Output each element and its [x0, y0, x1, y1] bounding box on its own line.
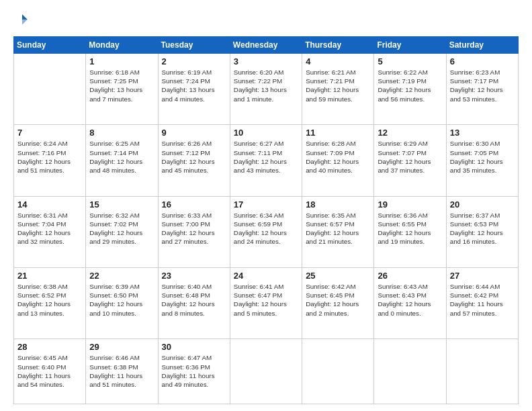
- day-number: 24: [234, 271, 298, 281]
- calendar-cell: 12Sunrise: 6:29 AM Sunset: 7:07 PM Dayli…: [374, 125, 446, 196]
- day-number: 11: [306, 128, 370, 138]
- cell-info: Sunrise: 6:43 AM Sunset: 6:43 PM Dayligh…: [378, 282, 442, 318]
- day-number: 2: [162, 56, 226, 66]
- calendar-cell: 17Sunrise: 6:34 AM Sunset: 6:59 PM Dayli…: [230, 196, 302, 267]
- day-number: 20: [450, 199, 515, 210]
- day-number: 5: [378, 56, 442, 66]
- calendar-cell: 25Sunrise: 6:42 AM Sunset: 6:45 PM Dayli…: [302, 267, 374, 338]
- calendar-cell: 5Sunrise: 6:22 AM Sunset: 7:19 PM Daylig…: [374, 54, 446, 125]
- calendar-cell: [302, 339, 374, 404]
- day-number: 15: [89, 199, 154, 210]
- cell-info: Sunrise: 6:26 AM Sunset: 7:12 PM Dayligh…: [162, 139, 226, 175]
- day-number: 1: [89, 56, 154, 66]
- calendar-cell: 2Sunrise: 6:19 AM Sunset: 7:24 PM Daylig…: [158, 54, 230, 125]
- calendar-cell: [230, 339, 302, 404]
- cell-info: Sunrise: 6:22 AM Sunset: 7:19 PM Dayligh…: [378, 68, 442, 103]
- cell-info: Sunrise: 6:19 AM Sunset: 7:24 PM Dayligh…: [162, 68, 226, 103]
- cell-info: Sunrise: 6:23 AM Sunset: 7:17 PM Dayligh…: [450, 68, 515, 103]
- day-number: 14: [17, 199, 82, 210]
- calendar-cell: 23Sunrise: 6:40 AM Sunset: 6:48 PM Dayli…: [158, 267, 230, 338]
- cell-info: Sunrise: 6:47 AM Sunset: 6:36 PM Dayligh…: [162, 353, 226, 389]
- calendar-cell: 13Sunrise: 6:30 AM Sunset: 7:05 PM Dayli…: [446, 125, 518, 196]
- logo-icon: [15, 12, 30, 27]
- day-number: 6: [450, 56, 515, 66]
- calendar-cell: 9Sunrise: 6:26 AM Sunset: 7:12 PM Daylig…: [158, 125, 230, 196]
- day-number: 22: [89, 271, 154, 281]
- cell-info: Sunrise: 6:39 AM Sunset: 6:50 PM Dayligh…: [89, 282, 154, 318]
- day-number: 16: [162, 199, 226, 210]
- calendar-week-row: 7Sunrise: 6:24 AM Sunset: 7:16 PM Daylig…: [14, 125, 519, 196]
- calendar-cell: 21Sunrise: 6:38 AM Sunset: 6:52 PM Dayli…: [14, 267, 86, 338]
- day-number: 18: [306, 199, 370, 210]
- cell-info: Sunrise: 6:30 AM Sunset: 7:05 PM Dayligh…: [450, 139, 515, 175]
- calendar-cell: 18Sunrise: 6:35 AM Sunset: 6:57 PM Dayli…: [302, 196, 374, 267]
- day-number: 26: [378, 271, 442, 281]
- column-header-monday: Monday: [86, 37, 158, 54]
- cell-info: Sunrise: 6:34 AM Sunset: 6:59 PM Dayligh…: [234, 211, 298, 246]
- cell-info: Sunrise: 6:42 AM Sunset: 6:45 PM Dayligh…: [306, 282, 370, 318]
- cell-info: Sunrise: 6:28 AM Sunset: 7:09 PM Dayligh…: [306, 139, 370, 175]
- cell-info: Sunrise: 6:32 AM Sunset: 7:02 PM Dayligh…: [89, 211, 154, 246]
- column-header-thursday: Thursday: [302, 37, 374, 54]
- column-header-friday: Friday: [374, 37, 446, 54]
- day-number: 29: [89, 342, 154, 352]
- calendar-week-row: 21Sunrise: 6:38 AM Sunset: 6:52 PM Dayli…: [14, 267, 519, 338]
- cell-info: Sunrise: 6:18 AM Sunset: 7:25 PM Dayligh…: [89, 68, 154, 103]
- calendar-cell: 10Sunrise: 6:27 AM Sunset: 7:11 PM Dayli…: [230, 125, 302, 196]
- cell-info: Sunrise: 6:41 AM Sunset: 6:47 PM Dayligh…: [234, 282, 298, 318]
- cell-info: Sunrise: 6:27 AM Sunset: 7:11 PM Dayligh…: [234, 139, 298, 175]
- calendar-cell: 19Sunrise: 6:36 AM Sunset: 6:55 PM Dayli…: [374, 196, 446, 267]
- calendar-week-row: 28Sunrise: 6:45 AM Sunset: 6:40 PM Dayli…: [14, 339, 519, 404]
- calendar-cell: [446, 339, 518, 404]
- calendar-cell: 20Sunrise: 6:37 AM Sunset: 6:53 PM Dayli…: [446, 196, 518, 267]
- column-header-sunday: Sunday: [14, 37, 86, 54]
- svg-marker-0: [22, 14, 28, 19]
- day-number: 13: [450, 128, 515, 138]
- calendar-cell: 3Sunrise: 6:20 AM Sunset: 7:22 PM Daylig…: [230, 54, 302, 125]
- column-header-saturday: Saturday: [446, 37, 518, 54]
- day-number: 4: [306, 56, 370, 66]
- day-number: 17: [234, 199, 298, 210]
- day-number: 10: [234, 128, 298, 138]
- cell-info: Sunrise: 6:24 AM Sunset: 7:16 PM Dayligh…: [17, 139, 82, 175]
- cell-info: Sunrise: 6:25 AM Sunset: 7:14 PM Dayligh…: [89, 139, 154, 175]
- cell-info: Sunrise: 6:31 AM Sunset: 7:04 PM Dayligh…: [17, 211, 82, 246]
- cell-info: Sunrise: 6:38 AM Sunset: 6:52 PM Dayligh…: [17, 282, 82, 318]
- column-header-wednesday: Wednesday: [230, 37, 302, 54]
- calendar-cell: 8Sunrise: 6:25 AM Sunset: 7:14 PM Daylig…: [86, 125, 158, 196]
- svg-marker-1: [22, 19, 28, 25]
- calendar-cell: [14, 54, 86, 125]
- calendar-cell: 16Sunrise: 6:33 AM Sunset: 7:00 PM Dayli…: [158, 196, 230, 267]
- calendar-week-row: 1Sunrise: 6:18 AM Sunset: 7:25 PM Daylig…: [14, 54, 519, 125]
- calendar-cell: 7Sunrise: 6:24 AM Sunset: 7:16 PM Daylig…: [14, 125, 86, 196]
- day-number: 9: [162, 128, 226, 138]
- page: SundayMondayTuesdayWednesdayThursdayFrid…: [0, 0, 532, 411]
- cell-info: Sunrise: 6:46 AM Sunset: 6:38 PM Dayligh…: [89, 353, 154, 389]
- day-number: 28: [17, 342, 82, 352]
- day-number: 7: [17, 128, 82, 138]
- cell-info: Sunrise: 6:44 AM Sunset: 6:42 PM Dayligh…: [450, 282, 515, 318]
- calendar-cell: 30Sunrise: 6:47 AM Sunset: 6:36 PM Dayli…: [158, 339, 230, 404]
- cell-info: Sunrise: 6:20 AM Sunset: 7:22 PM Dayligh…: [234, 68, 298, 103]
- cell-info: Sunrise: 6:21 AM Sunset: 7:21 PM Dayligh…: [306, 68, 370, 103]
- day-number: 3: [234, 56, 298, 66]
- day-number: 27: [450, 271, 515, 281]
- calendar-table: SundayMondayTuesdayWednesdayThursdayFrid…: [13, 36, 519, 404]
- cell-info: Sunrise: 6:33 AM Sunset: 7:00 PM Dayligh…: [162, 211, 226, 246]
- calendar-cell: 29Sunrise: 6:46 AM Sunset: 6:38 PM Dayli…: [86, 339, 158, 404]
- calendar-cell: [374, 339, 446, 404]
- day-number: 25: [306, 271, 370, 281]
- day-number: 8: [89, 128, 154, 138]
- calendar-cell: 28Sunrise: 6:45 AM Sunset: 6:40 PM Dayli…: [14, 339, 86, 404]
- day-number: 21: [17, 271, 82, 281]
- day-number: 12: [378, 128, 442, 138]
- calendar-cell: 1Sunrise: 6:18 AM Sunset: 7:25 PM Daylig…: [86, 54, 158, 125]
- column-header-tuesday: Tuesday: [158, 37, 230, 54]
- day-number: 30: [162, 342, 226, 352]
- logo: [13, 12, 31, 30]
- header: [13, 12, 519, 30]
- calendar-cell: 26Sunrise: 6:43 AM Sunset: 6:43 PM Dayli…: [374, 267, 446, 338]
- day-number: 23: [162, 271, 226, 281]
- calendar-cell: 6Sunrise: 6:23 AM Sunset: 7:17 PM Daylig…: [446, 54, 518, 125]
- calendar-cell: 4Sunrise: 6:21 AM Sunset: 7:21 PM Daylig…: [302, 54, 374, 125]
